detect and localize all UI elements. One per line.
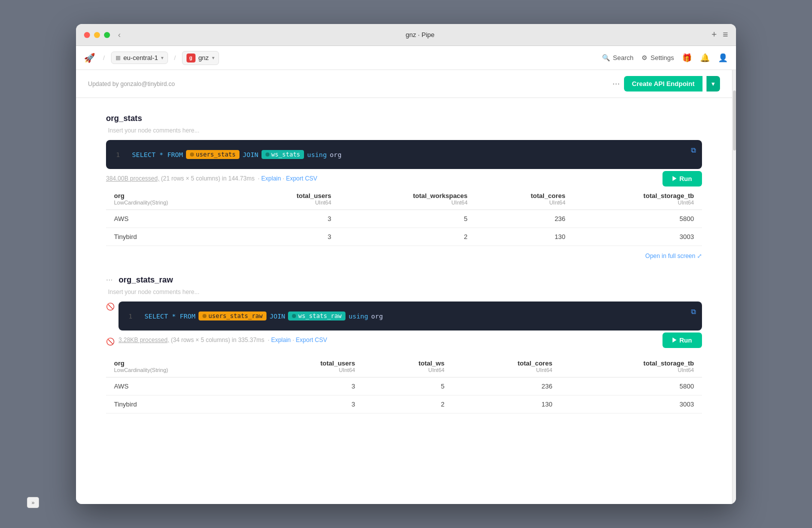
region-chevron-icon: ▾ bbox=[161, 55, 164, 60]
col-type: UInt64 bbox=[582, 200, 694, 206]
code-content-org-stats: SELECT * FROM users_stats JOIN ws_stats bbox=[132, 150, 342, 159]
explain-link-raw[interactable]: Explain bbox=[271, 336, 290, 344]
col-header-total-storage: total_storage_tb UInt64 bbox=[574, 188, 702, 210]
stats-sep-raw: · bbox=[291, 336, 296, 344]
processed-link-raw[interactable]: 3.28KB processed, bbox=[118, 336, 169, 344]
data-table-org-stats-raw: org LowCardinality(String) total_users U… bbox=[106, 356, 702, 414]
gift-icon-button[interactable]: 🎁 bbox=[682, 53, 692, 62]
col-header-total-cores-raw: total_cores UInt64 bbox=[452, 356, 560, 378]
cell-col5-raw-2: 3003 bbox=[560, 396, 702, 414]
col-type: UInt64 bbox=[250, 200, 332, 206]
col-type: UInt64 bbox=[263, 367, 355, 373]
add-tab-button[interactable]: + bbox=[712, 30, 717, 40]
table-row: AWS 3 5 236 5800 bbox=[106, 210, 702, 228]
title-bar: ‹ gnz · Pipe + ≡ bbox=[76, 24, 736, 46]
run-triangle-icon-raw bbox=[672, 338, 676, 342]
table-badge-users-stats-raw[interactable]: users_stats_raw bbox=[198, 312, 266, 320]
workspace-chevron-icon: ▾ bbox=[212, 55, 214, 60]
title-actions: + ≡ bbox=[712, 30, 728, 40]
run-triangle-icon bbox=[672, 176, 676, 181]
menu-button[interactable]: ≡ bbox=[722, 30, 728, 40]
stats-processed: 384.00B processed, (21 rows × 5 columns)… bbox=[106, 175, 262, 182]
fullscreen-link[interactable]: Open in full screen ⤢ bbox=[646, 252, 702, 260]
col-type: UInt64 bbox=[484, 200, 566, 206]
stats-rows-raw: (34 rows × 5 columns) in 335.37ms bbox=[171, 336, 264, 344]
col-name: org bbox=[114, 192, 124, 200]
col-name: total_users bbox=[296, 192, 331, 200]
code-editor-org-stats-raw: ⧉ 1 SELECT * FROM users_stats_raw bbox=[118, 302, 702, 330]
settings-button[interactable]: ⚙ Settings bbox=[642, 54, 674, 62]
explain-link[interactable]: Explain bbox=[262, 175, 281, 182]
export-csv-link-raw[interactable]: Export CSV bbox=[296, 336, 328, 344]
badge-label: users_stats bbox=[196, 151, 236, 158]
node-title-org-stats: org_stats bbox=[106, 114, 142, 123]
scrollbar-thumb[interactable] bbox=[733, 90, 736, 150]
table-header-row: org LowCardinality(String) total_users U… bbox=[106, 188, 702, 210]
export-csv-link[interactable]: Export CSV bbox=[286, 175, 318, 182]
window-title: gnz · Pipe bbox=[128, 31, 712, 38]
sql-select: SELECT * FROM bbox=[132, 151, 183, 158]
stats-sep: · bbox=[281, 175, 286, 182]
minimize-button[interactable] bbox=[94, 32, 100, 38]
create-api-chevron-button[interactable]: ▾ bbox=[706, 76, 720, 92]
run-button-org-stats-raw[interactable]: Run bbox=[662, 332, 702, 348]
col-header-total-cores: total_cores UInt64 bbox=[476, 188, 574, 210]
col-header-total-users: total_users UInt64 bbox=[242, 188, 340, 210]
visibility-off-icon-2[interactable]: 🚫 bbox=[106, 338, 114, 346]
cell-col3-raw-2: 2 bbox=[363, 396, 452, 414]
search-button[interactable]: 🔍 Search bbox=[602, 54, 634, 62]
cell-col4-raw-2: 130 bbox=[452, 396, 560, 414]
node-dots-button[interactable]: ··· bbox=[106, 276, 112, 284]
settings-label: Settings bbox=[650, 54, 674, 62]
code-content-org-stats-raw: SELECT * FROM users_stats_raw JOIN bbox=[144, 312, 383, 320]
more-options-button[interactable]: ··· bbox=[612, 78, 620, 89]
cell-col5-raw: 5800 bbox=[560, 378, 702, 396]
cell-total-storage: 5800 bbox=[574, 210, 702, 228]
nav-back-button[interactable]: ‹ bbox=[118, 30, 120, 40]
bell-icon-button[interactable]: 🔔 bbox=[700, 53, 710, 62]
nodes-container: org_stats Insert your node comments here… bbox=[76, 98, 732, 504]
run-button-org-stats[interactable]: Run bbox=[662, 171, 702, 186]
node-main-content: ⧉ 1 SELECT * FROM users_stats_raw bbox=[118, 302, 702, 336]
table-badge-users-stats[interactable]: users_stats bbox=[186, 150, 240, 159]
cell-total-users: 3 bbox=[242, 228, 340, 246]
app-window: ‹ gnz · Pipe + ≡ 🚀 / ▦ eu-central-1 ▾ / … bbox=[76, 24, 736, 504]
cell-org: AWS bbox=[106, 210, 242, 228]
fullscreen-button[interactable] bbox=[104, 32, 110, 38]
col-type: LowCardinality(String) bbox=[114, 200, 234, 206]
cell-col4-raw: 236 bbox=[452, 378, 560, 396]
copy-button-org-stats[interactable]: ⧉ bbox=[691, 146, 696, 154]
table-badge-ws-stats-raw[interactable]: ws_stats_raw bbox=[288, 312, 346, 320]
table-header-row-raw: org LowCardinality(String) total_users U… bbox=[106, 356, 702, 378]
node-title-org-stats-raw: org_stats_raw bbox=[118, 276, 173, 284]
table-badge-ws-stats[interactable]: ws_stats bbox=[262, 150, 304, 159]
col-type: UInt64 bbox=[371, 367, 444, 373]
copy-button-org-stats-raw[interactable]: ⧉ bbox=[691, 308, 696, 316]
table-row: Tinybird 3 2 130 3003 bbox=[106, 396, 702, 414]
col-header-org: org LowCardinality(String) bbox=[106, 188, 242, 210]
col-header-total-storage-raw: total_storage_tb UInt64 bbox=[560, 356, 702, 378]
close-button[interactable] bbox=[84, 32, 90, 38]
col-name: total_cores bbox=[530, 192, 565, 200]
workspace-label: gnz bbox=[198, 54, 209, 62]
workspace-badge: g bbox=[186, 54, 196, 62]
line-number: 1 bbox=[128, 312, 136, 320]
node-org-stats: org_stats Insert your node comments here… bbox=[106, 114, 702, 260]
visibility-off-icon[interactable]: 🚫 bbox=[106, 302, 114, 310]
col-name: total_storage_tb bbox=[644, 360, 694, 367]
processed-link[interactable]: 384.00B processed, bbox=[106, 175, 160, 182]
user-icon-button[interactable]: 👤 bbox=[718, 53, 728, 62]
cell-org-raw: AWS bbox=[106, 378, 255, 396]
workspace-selector[interactable]: g gnz ▾ bbox=[182, 51, 219, 65]
main-layout: Updated by gonzalo@tinybird.co ··· Creat… bbox=[76, 70, 736, 504]
code-editor-org-stats: ⧉ 1 SELECT * FROM users_stats JOIN bbox=[106, 140, 702, 169]
fullscreen-link-container: Open in full screen ⤢ bbox=[106, 252, 702, 260]
region-selector[interactable]: ▦ eu-central-1 ▾ bbox=[111, 52, 168, 64]
breadcrumb-sep2: / bbox=[174, 54, 176, 62]
data-table-org-stats: org LowCardinality(String) total_users U… bbox=[106, 188, 702, 246]
badge-dot-2 bbox=[292, 314, 296, 318]
create-api-button[interactable]: Create API Endpoint bbox=[624, 76, 702, 92]
query-stats-org-stats: 384.00B processed, (21 rows × 5 columns)… bbox=[106, 175, 702, 182]
col-header-total-users-raw: total_users UInt64 bbox=[255, 356, 363, 378]
col-name: org bbox=[114, 360, 124, 367]
